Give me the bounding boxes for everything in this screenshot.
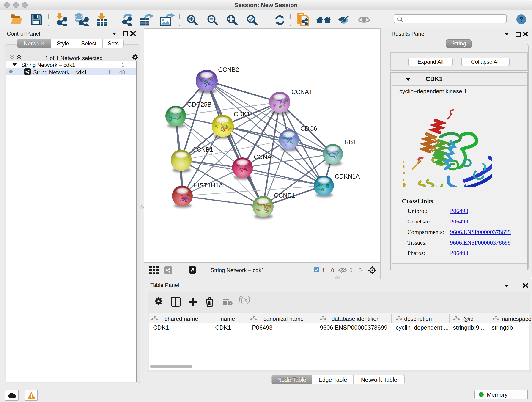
svg-text:CCNA2: CCNA2 [254,153,275,160]
svg-text:CDK1: CDK1 [234,111,250,118]
svg-text:CCNB2: CCNB2 [218,66,239,73]
svg-text:CDKN1A: CDKN1A [335,173,360,180]
svg-text:CDC6: CDC6 [300,125,317,132]
svg-text:CCNE1: CCNE1 [274,192,295,199]
svg-text:CCNA1: CCNA1 [291,89,312,95]
svg-text:CCNB1: CCNB1 [192,146,213,153]
svg-text:RB1: RB1 [344,139,356,146]
svg-text:HIST1H1A: HIST1H1A [193,182,223,189]
svg-text:CDC25B: CDC25B [187,101,212,108]
svg-text:?: ? [519,16,523,23]
